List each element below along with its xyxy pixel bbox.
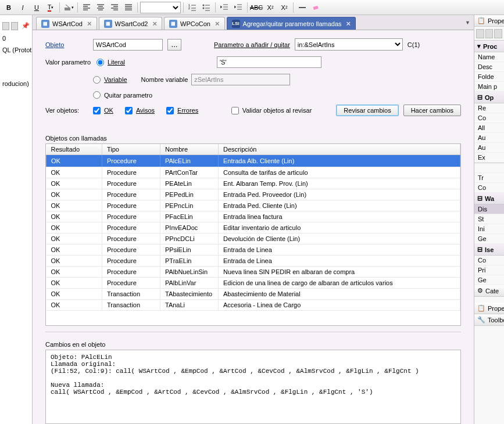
param-select[interactable]: in:&SelArtIns [295,38,403,51]
table-row[interactable]: OKProcedurePFacELinEntrada linea factura [47,211,460,222]
table-row[interactable]: OKProcedurePEAteLinEnt. Albaran Temp. Pr… [47,178,460,189]
list-numbered-button[interactable]: 12 [186,1,199,14]
tab-wsartcod2[interactable]: ▦WSartCod2× [99,17,162,30]
properties-header[interactable]: 📋Propert [474,15,504,27]
radio-literal[interactable]: Literal [96,59,125,66]
properties2-header[interactable]: 📋 Prope [474,303,504,314]
objeto-browse-button[interactable]: ... [167,39,181,51]
tab-wpcocon[interactable]: ▦WPCoCon× [164,17,225,30]
toolbox-header[interactable]: 🔧 Toolbo [474,314,504,326]
chk-errores[interactable]: Errores [166,107,198,114]
property-item[interactable]: All [474,123,504,133]
property-item[interactable]: Ge [474,234,504,244]
property-item[interactable]: Folde [474,72,504,82]
results-table-wrap[interactable]: Resultado Tipo Nombre Descripción OKProc… [45,143,461,326]
tab-wsartcod[interactable]: ▦WSArtCod× [36,17,97,30]
chk-ok[interactable]: OK [93,107,113,114]
property-item[interactable]: Name [474,52,504,62]
objeto-label[interactable]: Objeto [45,41,88,48]
superscript-button[interactable]: X2 [278,1,291,14]
property-item[interactable]: Desc [474,62,504,72]
center-panel: ▦WSArtCod× ▦WSartCod2× ▦WPCoCon× LSIAgre… [33,15,474,424]
table-row[interactable]: OKProcedurePPncDCLiDevolución de Cliente… [47,233,460,245]
svg-point-4 [203,7,205,9]
table-row[interactable]: OKProcedurePEPncLinEntrada Ped. Cliente … [47,200,460,211]
property-item[interactable]: Main p [474,82,504,92]
nombre-var-input [191,74,290,85]
outdent-button[interactable] [218,1,231,14]
icon-btn[interactable] [485,29,494,38]
property-item[interactable]: Pri [474,265,504,275]
table-row[interactable]: OKTransactionTAbastecimientoAbastecimien… [47,289,460,300]
property-item[interactable]: Re [474,103,504,113]
pin-icon[interactable]: 📌 [22,22,30,30]
hr-button[interactable] [296,1,309,14]
svg-text:2: 2 [188,6,190,10]
property-item[interactable]: Ini [474,224,504,234]
chk-avisos[interactable]: Avisos [125,107,155,114]
fill-button[interactable]: ▾ [62,1,75,14]
property-item[interactable]: Ge [474,275,504,285]
close-icon[interactable]: × [346,19,351,28]
tab-icon: ▦ [41,20,49,28]
align-center-button[interactable] [94,1,107,14]
font-color-button[interactable]: T▾ [44,1,57,14]
left-line2: QL (Prototip [2,46,30,53]
property-item[interactable]: Co [474,183,504,193]
output-textarea[interactable]: Objeto: PAlcELin Llamada original: (Fil:… [45,350,461,424]
property-item[interactable]: Ex [474,153,504,163]
table-row[interactable]: OKProcedurePPsiELinEntrada de Linea [47,245,460,256]
align-left-button[interactable] [80,1,93,14]
indent-button[interactable] [232,1,245,14]
font-selector[interactable] [140,2,181,13]
wa-section[interactable]: ⊟ Wa [474,193,504,204]
radio-variable[interactable]: Variable [93,76,127,84]
table-row[interactable]: OKTransactionTAnaLiAccesoria - Linea de … [47,300,460,311]
proc-section[interactable]: ▾ Proc [474,41,504,52]
left-icon1[interactable] [2,22,9,30]
property-item[interactable]: Au [474,143,504,153]
italic-button[interactable]: I [16,1,29,14]
subscript-button[interactable]: X2 [264,1,277,14]
objeto-input[interactable] [93,39,163,51]
table-row[interactable]: OKProcedurePInvEADocEditar inventario de… [47,222,460,233]
close-icon[interactable]: × [215,19,220,28]
underline-button[interactable]: U [30,1,43,14]
close-icon[interactable]: × [152,19,157,28]
properties-icon: 📋 [477,17,485,24]
left-icon2[interactable] [11,22,18,30]
chk-validar[interactable]: Validar objetos al revisar [231,107,312,114]
table-row[interactable]: OKProcedurePAlbNueLinSinNueva linea SIN … [47,267,460,278]
table-row[interactable]: OKProcedurePEPedLinEntrada Ped. Proveedo… [47,189,460,200]
eraser-button[interactable] [310,1,323,14]
table-row[interactable]: OKProcedurePAlbLinVarEdicion de una line… [47,278,460,289]
category-header[interactable]: ⚙ Cate [474,285,504,297]
table-row[interactable]: OKProcedurePAlcELinEntrada Alb. Cliente … [47,155,460,167]
tab-agregar-quitar[interactable]: LSIAgregar/quitar parametro llamadas× [227,17,356,30]
bold-button[interactable]: B [2,1,15,14]
icon-btn[interactable] [476,29,484,38]
align-right-button[interactable] [108,1,121,14]
revisar-button[interactable]: Revisar cambios [336,105,398,116]
table-row[interactable]: OKProcedurePTraELinEntrada de Linea [47,256,460,267]
property-item[interactable]: St [474,214,504,224]
hacer-button[interactable]: Hacer cambios [403,105,461,116]
tabs-dropdown-icon[interactable]: ▼ [465,20,470,26]
radio-quitar[interactable]: Quitar parametro [93,91,152,99]
properties-toolbar [474,27,504,41]
align-justify-button[interactable] [122,1,135,14]
table-row[interactable]: OKProcedurePArtConTarConsulta de tarifas… [47,167,460,178]
icon-btn[interactable] [494,29,502,38]
property-item[interactable]: Au [474,133,504,143]
close-icon[interactable]: × [87,19,92,28]
left-sidebar: 📌 0 QL (Prototip roducion) [0,15,33,424]
property-item[interactable]: Tr [474,173,504,183]
strike-button[interactable]: ABC [250,1,263,14]
property-item[interactable]: Co [474,113,504,123]
op-section[interactable]: ⊟ Op [474,92,504,103]
list-bullet-button[interactable] [200,1,213,14]
literal-input[interactable] [217,56,321,68]
ise-section[interactable]: ⊟ Ise [474,244,504,256]
property-item[interactable]: Dis [474,204,504,214]
property-item[interactable]: Co [474,256,504,265]
